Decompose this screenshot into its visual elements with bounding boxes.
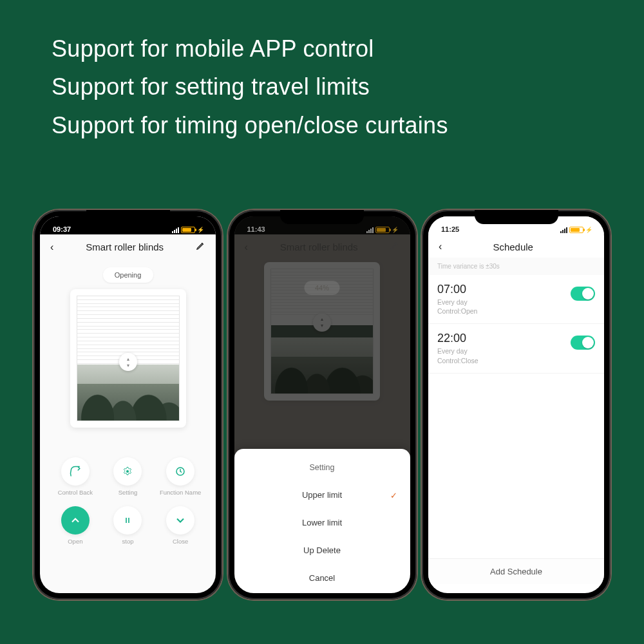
notch [86,210,170,224]
screen-schedule: 11:25 ⚡ ‹ Schedule Time variance is ±30s… [428,216,604,593]
marketing-headlines: Support for mobile APP control Support f… [0,0,644,144]
variance-note: Time variance is ±30s [428,258,604,275]
screen-control: 09:37 ⚡ ‹ Smart roller blinds Opening [40,216,216,593]
phone-mockup-2: 11:43 ⚡ ‹ Smart roller blinds 44% [228,210,417,600]
app-title: Smart roller blinds [86,242,164,252]
open-label: Open [68,538,82,545]
schedule-control: Control:Open [437,307,595,316]
settings-sheet: Setting Upper limit ✓ Lower limit Up Del… [234,449,410,593]
battery-icon [569,227,583,233]
back-button[interactable]: ‹ [50,242,53,253]
window-scene [77,365,179,421]
battery-icon [181,227,195,233]
stop-label: stop [122,538,134,545]
option-lower-limit[interactable]: Lower limit [234,509,410,536]
close-button[interactable]: Close [155,506,206,545]
schedule-repeat: Every day [437,298,595,307]
sheet-cancel[interactable]: Cancel [234,564,410,592]
schedule-control: Control:Close [437,356,595,365]
svg-point-0 [126,470,129,473]
sheet-title: Setting [234,454,410,481]
notch [475,210,558,224]
add-schedule-button[interactable]: Add Schedule [428,558,604,584]
blind-preview: ▴▾ [70,289,186,428]
headline-1: Support for mobile APP control [52,30,644,68]
status-time: 09:37 [53,225,71,233]
control-back-button[interactable]: Control Back [50,457,101,496]
open-button[interactable]: Open [50,506,101,545]
schedule-toggle[interactable] [571,336,595,350]
option-upper-limit[interactable]: Upper limit ✓ [234,481,410,509]
control-row-top: Control Back Setting Function Name [40,457,216,496]
app-title: Schedule [493,242,533,252]
headline-3: Support for timing open/close curtains [52,106,644,144]
screen-limits: 11:43 ⚡ ‹ Smart roller blinds 44% [234,216,410,593]
status-right: ⚡ [560,227,592,233]
option-up-delete[interactable]: Up Delete [234,536,410,564]
blind-drag-handle[interactable]: ▴▾ [119,353,137,371]
schedule-toggle[interactable] [571,287,595,301]
phones-row: 09:37 ⚡ ‹ Smart roller blinds Opening [33,210,611,625]
status-right: ⚡ [172,227,204,233]
setting-label: Setting [118,489,138,496]
phone-mockup-3: 11:25 ⚡ ‹ Schedule Time variance is ±30s… [422,210,611,600]
edit-button[interactable] [196,241,205,253]
app-header: ‹ Smart roller blinds [40,234,216,258]
stop-button[interactable]: stop [102,506,153,545]
option-label: Upper limit [302,490,342,500]
signal-icon [560,227,567,233]
headline-2: Support for setting travel limits [52,68,644,106]
charging-icon: ⚡ [585,227,592,233]
signal-icon [172,227,179,233]
phone-mockup-1: 09:37 ⚡ ‹ Smart roller blinds Opening [33,210,222,600]
charging-icon: ⚡ [197,227,204,233]
check-icon: ✓ [390,490,397,500]
schedule-repeat: Every day [437,346,595,355]
back-button[interactable]: ‹ [439,241,442,252]
control-row-bottom: Open stop Close [40,506,216,545]
status-time: 11:25 [441,225,459,233]
app-header: ‹ Schedule [428,234,604,258]
control-back-label: Control Back [58,489,93,496]
schedule-item-2[interactable]: 22:00 Every day Control:Close [428,324,604,373]
setting-button[interactable]: Setting [102,457,153,496]
blind-status-pill: Opening [103,267,153,283]
close-label: Close [173,538,188,545]
notch [280,210,364,224]
function-label: Function Name [160,489,201,496]
schedule-item-1[interactable]: 07:00 Every day Control:Open [428,275,604,324]
function-button[interactable]: Function Name [155,457,206,496]
